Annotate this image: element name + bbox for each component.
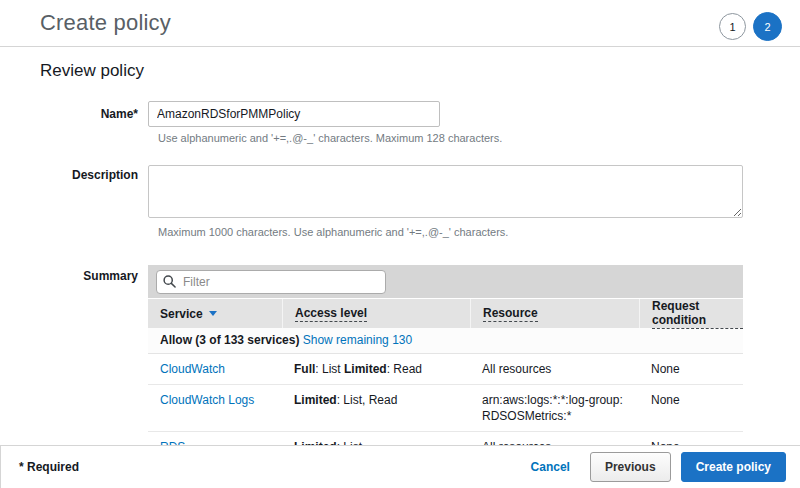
- section-title: Review policy: [40, 61, 800, 81]
- service-link-cloudwatch[interactable]: CloudWatch: [160, 362, 225, 376]
- service-link-cloudwatch-logs[interactable]: CloudWatch Logs: [160, 393, 254, 407]
- search-icon: [163, 275, 176, 288]
- description-textarea[interactable]: [148, 165, 743, 218]
- step-indicator: 1 2: [719, 12, 782, 41]
- filter-bar: [148, 265, 743, 299]
- resource-cell: All resources: [470, 354, 639, 384]
- access-level-cell: Limited: List, Read: [282, 385, 470, 431]
- footer-actions: Cancel Previous Create policy: [531, 452, 786, 482]
- table-header-row: Service Access level Resource Request co…: [148, 299, 743, 328]
- description-helper-text: Maximum 1000 characters. Use alphanumeri…: [158, 226, 800, 238]
- page-header: Create policy 1 2: [0, 0, 800, 47]
- allow-group-row: Allow (3 of 133 services) Show remaining…: [148, 328, 743, 354]
- table-row: CloudWatch Logs Limited: List, Read arn:…: [148, 385, 743, 432]
- column-header-request-condition[interactable]: Request condition: [639, 299, 743, 328]
- footer-bar: * Required Cancel Previous Create policy: [0, 445, 800, 488]
- previous-button[interactable]: Previous: [590, 452, 671, 482]
- access-level-cell: Full: List Limited: Read: [282, 354, 470, 384]
- resource-cell: arn:aws:logs:*:*:log-group:RDSOSMetrics:…: [470, 385, 639, 431]
- create-policy-button[interactable]: Create policy: [681, 452, 786, 482]
- column-header-resource[interactable]: Resource: [470, 299, 639, 328]
- request-condition-cell: None: [639, 385, 743, 431]
- request-condition-cell: None: [639, 354, 743, 384]
- name-helper-text: Use alphanumeric and '+=,.@-_' character…: [158, 132, 800, 144]
- name-input[interactable]: [148, 101, 440, 127]
- description-label: Description: [40, 165, 148, 221]
- table-row: CloudWatch Full: List Limited: Read All …: [148, 354, 743, 385]
- step-1-circle[interactable]: 1: [719, 13, 746, 40]
- required-note: * Required: [19, 460, 79, 474]
- column-header-access-level[interactable]: Access level: [282, 299, 470, 328]
- filter-input[interactable]: [156, 270, 386, 294]
- step-2-circle[interactable]: 2: [753, 12, 782, 41]
- name-row: Name*: [40, 101, 800, 127]
- column-header-service[interactable]: Service: [148, 299, 282, 328]
- sort-descending-icon: [209, 311, 217, 316]
- main-content: Review policy Name* Use alphanumeric and…: [0, 47, 800, 476]
- name-label: Name*: [40, 107, 148, 121]
- cancel-link[interactable]: Cancel: [531, 460, 570, 474]
- page-title: Create policy: [40, 10, 171, 36]
- allow-group-label: Allow (3 of 133 services): [160, 333, 299, 347]
- show-remaining-link[interactable]: Show remaining 130: [303, 333, 412, 347]
- description-row: Description: [40, 165, 800, 221]
